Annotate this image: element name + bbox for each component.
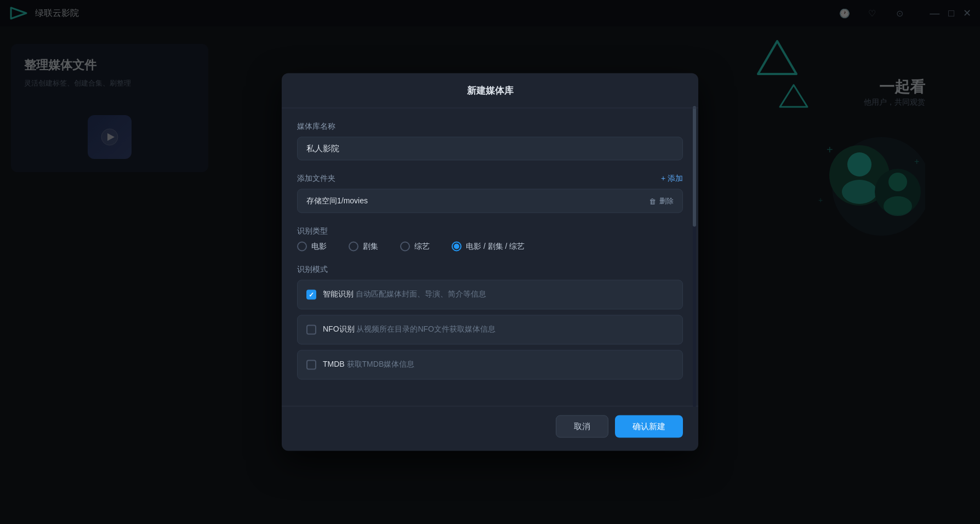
radio-variety-circle: [400, 242, 410, 252]
smart-recognition-item[interactable]: 智能识别 自动匹配媒体封面、导演、简介等信息: [297, 280, 683, 310]
scrollbar-thumb[interactable]: [693, 106, 696, 227]
tmdb-recognition-title: TMDB 获取TMDB媒体信息: [323, 360, 674, 369]
radio-movie-circle: [297, 242, 307, 252]
nfo-recognition-item[interactable]: NFO识别 从视频所在目录的NFO文件获取媒体信息: [297, 315, 683, 345]
add-folder-button[interactable]: + 添加: [661, 174, 683, 184]
radio-all-label: 电影 / 剧集 / 综艺: [466, 242, 525, 252]
delete-folder-button[interactable]: 🗑 删除: [649, 196, 674, 206]
smart-recognition-title: 智能识别 自动匹配媒体封面、导演、简介等信息: [323, 289, 674, 299]
radio-movie[interactable]: 电影: [297, 242, 327, 252]
modal-body[interactable]: 媒体库名称 添加文件夹 + 添加 存储空间1/movies 🗑 删除 识别类型: [282, 109, 698, 406]
radio-all-circle: [452, 242, 461, 252]
radio-all[interactable]: 电影 / 剧集 / 综艺: [452, 242, 525, 252]
add-folder-section: 添加文件夹 + 添加 存储空间1/movies 🗑 删除: [297, 174, 683, 213]
modal-dialog: 新建媒体库 媒体库名称 添加文件夹 + 添加 存储空间1/movies 🗑 删除: [282, 73, 698, 451]
radio-group: 电影 剧集 综艺 电影 / 剧集 / 综艺: [297, 242, 683, 252]
radio-series[interactable]: 剧集: [349, 242, 378, 252]
recognition-type-section: 识别类型 电影 剧集 综艺 电影 / 剧集 / 综艺: [297, 226, 683, 252]
delete-btn-label: 删除: [659, 196, 674, 206]
confirm-button[interactable]: 确认新建: [615, 415, 683, 438]
library-name-input[interactable]: [297, 137, 683, 161]
radio-movie-label: 电影: [311, 242, 327, 252]
scrollbar-track[interactable]: [693, 106, 696, 407]
recognition-mode-section: 识别模式 智能识别 自动匹配媒体封面、导演、简介等信息 NFO识别 从视频所在目…: [297, 265, 683, 380]
add-folder-label: 添加文件夹: [297, 174, 335, 184]
library-name-section: 媒体库名称: [297, 122, 683, 161]
tmdb-recognition-item[interactable]: TMDB 获取TMDB媒体信息: [297, 350, 683, 380]
modal-title: 新建媒体库: [467, 86, 514, 96]
smart-recognition-content: 智能识别 自动匹配媒体封面、导演、简介等信息: [323, 289, 674, 300]
recognition-mode-label: 识别模式: [297, 265, 683, 275]
modal-header: 新建媒体库: [282, 73, 698, 109]
tmdb-recognition-content: TMDB 获取TMDB媒体信息: [323, 360, 674, 371]
radio-series-circle: [349, 242, 358, 252]
add-folder-header: 添加文件夹 + 添加: [297, 174, 683, 184]
trash-icon: 🗑: [649, 197, 656, 205]
folder-row: 存储空间1/movies 🗑 删除: [297, 189, 683, 213]
radio-series-label: 剧集: [363, 242, 378, 252]
folder-path: 存储空间1/movies: [306, 196, 368, 206]
library-name-label: 媒体库名称: [297, 122, 683, 132]
recognition-type-label: 识别类型: [297, 226, 683, 236]
nfo-recognition-title: NFO识别 从视频所在目录的NFO文件获取媒体信息: [323, 324, 674, 334]
radio-variety[interactable]: 综艺: [400, 242, 430, 252]
cancel-button[interactable]: 取消: [556, 415, 608, 438]
smart-recognition-checkbox[interactable]: [306, 290, 316, 300]
tmdb-recognition-checkbox[interactable]: [306, 360, 316, 370]
modal-footer: 取消 确认新建: [282, 406, 698, 451]
radio-variety-label: 综艺: [414, 242, 430, 252]
nfo-recognition-content: NFO识别 从视频所在目录的NFO文件获取媒体信息: [323, 324, 674, 335]
nfo-recognition-checkbox[interactable]: [306, 325, 316, 335]
